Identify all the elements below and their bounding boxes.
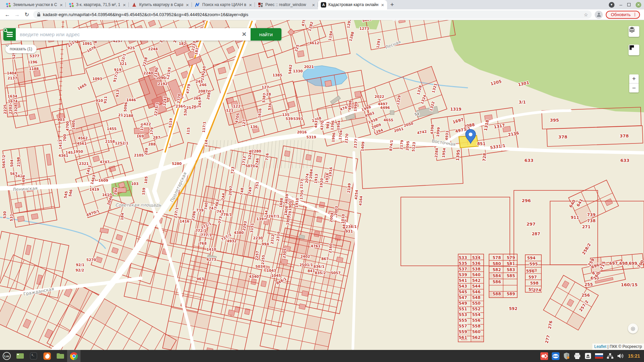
zoom-out-button[interactable]: − <box>629 83 639 93</box>
tray-volume-icon[interactable] <box>617 353 624 359</box>
taskbar-terminal-icon[interactable]: $_ <box>27 350 40 362</box>
parcel-block <box>366 20 455 50</box>
tab-close-icon[interactable]: × <box>311 2 316 7</box>
profile-avatar[interactable] <box>595 11 603 19</box>
url-field[interactable]: kadastr-egrn.ru/map#lat=54.039546&lng=45… <box>33 10 592 19</box>
search-input[interactable] <box>19 31 241 38</box>
tab-3[interactable]: Купить квартиру в Саранске× <box>129 0 192 9</box>
tab-6[interactable]: AКадастровая карта онлайн× <box>318 0 387 9</box>
parcel-label: 1665 <box>77 82 87 91</box>
parcel-label: 296 <box>522 198 531 203</box>
parcel-block <box>431 108 518 161</box>
show-results-chip[interactable]: показать (1) <box>5 45 37 53</box>
tray-keyboard-layout-ru-icon[interactable] <box>595 353 603 359</box>
kebab-menu-icon[interactable]: ⋮ <box>633 12 637 17</box>
parcel-label: 533 <box>459 255 467 260</box>
tray-printer-icon[interactable] <box>574 353 581 359</box>
taskbar-files-icon[interactable] <box>54 350 67 362</box>
parcel-label: 738 <box>587 219 595 223</box>
tray-security-shield-icon[interactable] <box>563 352 570 360</box>
parcel-block <box>124 209 216 312</box>
parcel-label: 277 <box>544 335 551 344</box>
back-icon[interactable]: ← <box>4 12 11 18</box>
geolocate-button[interactable]: ◎ <box>628 323 638 334</box>
parcel-label: 5331/1 <box>490 143 506 150</box>
zoom-in-button[interactable]: + <box>629 74 639 83</box>
new-tab-button[interactable]: + <box>387 0 397 9</box>
browser-update-button[interactable]: Обновить ⋮ <box>606 11 640 19</box>
clear-search-icon[interactable]: ✕ <box>241 31 247 38</box>
leaflet-link[interactable]: Leaflet <box>594 344 606 349</box>
parcel-label: 994 <box>262 242 269 246</box>
tab-4[interactable]: Поиск на карте ЦИАН в Сара× <box>192 0 255 9</box>
tray-anydesk-icon[interactable] <box>540 352 548 360</box>
extent-button[interactable] <box>629 45 639 55</box>
parcel-label: 633 <box>620 158 629 163</box>
tray-network-icon[interactable] <box>607 353 613 359</box>
parcel-label: 628 <box>590 276 599 281</box>
parcel-label: 1996 <box>331 132 336 142</box>
parcel-label: 2136 <box>507 131 519 137</box>
selected-parcel-marker-icon[interactable] <box>466 129 476 143</box>
tab-2[interactable]: 3-к. квартира, 71,5 м², 1/4 эт.× <box>66 0 129 9</box>
taskbar-chrome-icon[interactable] <box>67 350 80 362</box>
grid-favicon-icon <box>257 2 263 8</box>
restore-button[interactable] <box>627 3 631 6</box>
parcel-label: 5090/2 <box>156 76 169 80</box>
tab-close-icon[interactable]: × <box>380 2 385 7</box>
parcel-label: 1451 <box>85 165 92 175</box>
parcel-label: 579 <box>506 255 515 260</box>
parcel-label: 1319 <box>450 107 461 112</box>
bookmark-star-icon[interactable]: ☆ <box>584 12 588 17</box>
map-canvas[interactable]: 2222107621762007529811865377119611881404… <box>0 20 644 350</box>
tray-teamviewer-icon[interactable] <box>552 352 559 360</box>
forward-icon[interactable]: → <box>14 12 20 18</box>
parcel-block <box>268 146 358 246</box>
street-label: Советская площадь <box>115 202 161 207</box>
building <box>417 106 438 117</box>
tab-title: 3-к. квартира, 71,5 м², 1/4 эт. <box>76 2 120 7</box>
parcel-label: 1413 <box>58 139 62 149</box>
parcel-block <box>489 254 517 298</box>
parcel-label: 1292 <box>346 20 352 28</box>
parcel-label: 563 <box>10 172 17 176</box>
layers-button[interactable] <box>629 26 639 37</box>
building <box>299 235 305 239</box>
parcel-label: 1330 <box>293 69 303 73</box>
tray-eject-icon[interactable] <box>585 353 591 359</box>
tab-1[interactable]: Земельные участки в Саран× <box>3 0 66 9</box>
taskbar-show-desktop-icon[interactable] <box>13 350 27 362</box>
close-window-button[interactable]: ✕ <box>636 2 641 8</box>
parcel-label: 2105 <box>134 153 144 157</box>
tab-close-icon[interactable]: × <box>185 2 190 7</box>
tab-close-icon[interactable]: × <box>122 2 126 7</box>
parcel-label: 749 <box>248 187 252 194</box>
street-labels-layer: ЛеснаяВосточнаяЛенинскаяСоветская площад… <box>12 39 456 297</box>
tab-close-icon[interactable]: × <box>59 2 63 7</box>
building <box>152 96 167 114</box>
parcel-label: 948/1 <box>275 277 287 286</box>
tab-close-icon[interactable]: × <box>248 2 253 7</box>
magnifier-icon <box>3 28 8 33</box>
reload-icon[interactable]: ↻ <box>23 11 30 18</box>
person-icon <box>596 12 601 17</box>
parcel-label: 1697 <box>452 117 464 124</box>
taskbar-firefox-icon[interactable] <box>40 350 54 362</box>
find-button[interactable]: найти <box>251 28 281 41</box>
parcel-label: 127 <box>262 85 269 89</box>
parcel-label: 555 <box>459 318 467 323</box>
parcel-label: 549 <box>459 301 467 306</box>
parcel-label: 504 <box>10 160 14 167</box>
tab-5[interactable]: Риес :: realtor_window× <box>255 0 318 9</box>
parcel-block <box>131 98 183 155</box>
parcel-block <box>69 117 133 184</box>
minimize-button[interactable]: – <box>620 3 622 6</box>
parcel-block <box>361 66 447 135</box>
parcel-label: 271 <box>582 225 590 229</box>
browser-menu-down-icon[interactable]: ▼ <box>609 2 614 8</box>
taskbar-mint-menu-icon[interactable]: Lm <box>0 350 13 362</box>
search-field[interactable]: ✕ <box>16 28 251 41</box>
parcel-label: 2009 <box>371 122 382 129</box>
parcel-label: 2179 <box>399 140 404 150</box>
highlighted-parcel[interactable] <box>459 135 478 148</box>
